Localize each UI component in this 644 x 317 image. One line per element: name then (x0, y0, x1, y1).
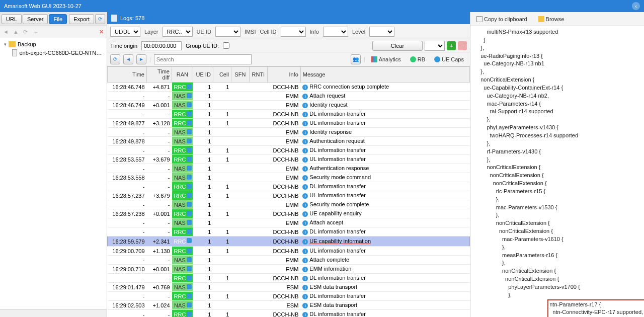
code-pre: multiNS-Pmax-r13 supported } }, ue-Radio… (474, 29, 580, 298)
log-row[interactable]: 16:29:01.479+0.769NAS1ESMiESM data trans… (108, 283, 470, 292)
analytics-button[interactable]: Analytics (368, 55, 404, 63)
direction-icon (187, 238, 192, 243)
file-tab[interactable]: File (49, 14, 67, 24)
info-icon: i (302, 130, 308, 135)
direction-icon (187, 138, 192, 143)
nav-prev-icon[interactable]: ◄ (123, 54, 133, 64)
group-ueid-label: Group UE ID: (186, 43, 219, 49)
log-row[interactable]: --NAS1EMMiIdentity response (108, 128, 470, 137)
log-row[interactable]: --RRC11DCCH-NBiDL information transfer (108, 292, 470, 301)
log-row[interactable]: 16:28:46.748+4.871RRC11DCCH-NBiRRC conne… (108, 83, 470, 92)
info-icon: i (302, 139, 308, 144)
ueid-label: UE ID (197, 29, 211, 35)
uldl-select[interactable]: UL/DL (110, 27, 140, 37)
col-header[interactable]: RAN (172, 67, 193, 83)
col-header[interactable]: UE ID (193, 67, 213, 83)
log-row[interactable]: 16:28:46.749+0.001NAS1EMMiIdentity reque… (108, 101, 470, 110)
cellid-select[interactable] (281, 27, 306, 37)
log-row[interactable]: 16:28:49.878-NAS1EMMiAuthentication requ… (108, 137, 470, 146)
direction-icon (187, 257, 192, 262)
export-button[interactable]: Export (69, 14, 94, 24)
col-header[interactable]: RNTI (249, 67, 267, 83)
direction-icon (187, 184, 192, 189)
app-title: Amarisoft Web GUI 2023-10-27 (4, 3, 82, 9)
log-row[interactable]: --RRC11DCCH-NBiDL information transfer (108, 146, 470, 155)
col-header[interactable]: Time (108, 67, 147, 83)
direction-icon (187, 129, 192, 134)
tree-folder[interactable]: ▾ Backup (2, 40, 105, 48)
level-select[interactable] (369, 27, 394, 37)
log-row[interactable]: --NAS1EMMiAttach request (108, 92, 470, 101)
nav-refresh-icon[interactable]: ⟳ (110, 54, 120, 64)
log-grid[interactable]: TimeTime diffRANUE IDCellSFNRNTIInfoMess… (107, 66, 470, 317)
log-row[interactable]: --NAS1EMMiAttach accept (108, 218, 470, 227)
info-icon: i (302, 276, 308, 281)
add-icon[interactable]: + (447, 41, 456, 50)
log-row[interactable]: --NAS1EMMiSecurity mode complete (108, 200, 470, 209)
browse-button[interactable]: Browse (535, 15, 568, 23)
server-tab[interactable]: Server (23, 14, 48, 24)
people-icon[interactable]: 👥 (351, 54, 361, 64)
rb-button[interactable]: RB (407, 55, 428, 63)
direction-icon (187, 111, 192, 116)
ueid-select[interactable] (215, 27, 240, 37)
log-row[interactable]: 16:28:53.558-NAS1EMMiSecurity mode comma… (108, 173, 470, 182)
nav-next-icon[interactable]: ► (136, 54, 146, 64)
direction-icon (187, 93, 192, 98)
reload-icon[interactable]: ⟳ (23, 29, 30, 36)
tree-file[interactable]: enb-export-CC660D-GEO-NTN-2.log.zip (2, 48, 105, 57)
col-header[interactable]: Time diff (147, 67, 172, 83)
col-header[interactable]: SFN (231, 67, 249, 83)
log-row[interactable]: 16:28:53.557+3.679RRC11DCCH-NBiUL inform… (108, 155, 470, 164)
direction-icon (187, 211, 192, 216)
info-icon: i (302, 229, 308, 235)
origin-bar: Time origin Group UE ID: Clear + − (107, 39, 470, 52)
log-row[interactable]: --RRC11DCCH-NBiDL information transfer (108, 182, 470, 191)
info-select[interactable] (323, 27, 348, 37)
log-row[interactable]: 16:29:00.709+1.130RRC11DCCH-NBiUL inform… (108, 247, 470, 256)
layer-select[interactable]: RRC... (163, 27, 193, 37)
log-row[interactable]: --NAS1EMMiAttach complete (108, 256, 470, 265)
log-row[interactable]: --RRC11DCCH-NBiDL information transfer (108, 227, 470, 236)
info-icon: i (302, 202, 308, 208)
group-ueid-checkbox[interactable] (223, 42, 229, 49)
up-icon[interactable]: ▲ (13, 29, 20, 36)
logs-icon (111, 15, 117, 22)
time-origin-input[interactable] (141, 41, 182, 50)
log-row[interactable]: --NAS1EMMiAuthentication response (108, 164, 470, 173)
col-header[interactable]: Info (267, 67, 300, 83)
back-icon[interactable]: ◄ (3, 29, 10, 36)
add-icon[interactable]: ＋ (33, 29, 40, 36)
time-origin-label: Time origin (110, 43, 137, 49)
file-tree: ▾ Backup enb-export-CC660D-GEO-NTN-2.log… (0, 38, 107, 309)
refresh-icon[interactable]: ⟳ (95, 14, 105, 24)
clear-button[interactable]: Clear (372, 41, 423, 51)
log-row[interactable]: 16:28:49.877+3.128RRC11DCCH-NBiUL inform… (108, 119, 470, 128)
uecaps-button[interactable]: UE Caps (431, 55, 467, 63)
logs-title: Logs: 578 (120, 15, 144, 21)
log-row[interactable]: 16:29:00.710+0.001NAS1EMMiEMM informatio… (108, 265, 470, 274)
search-input[interactable] (154, 54, 252, 64)
code-view[interactable]: multiNS-Pmax-r13 supported } }, ue-Radio… (470, 26, 644, 317)
direction-icon (187, 193, 192, 198)
log-row[interactable]: 16:28:57.237+3.679RRC11DCCH-NBiUL inform… (108, 191, 470, 200)
h-scrollbar[interactable] (0, 309, 107, 317)
clear-mode-select[interactable] (425, 41, 445, 51)
col-header[interactable]: Cell (213, 67, 231, 83)
col-header[interactable]: Message (300, 67, 469, 83)
remove-icon[interactable]: − (458, 41, 467, 50)
log-row[interactable]: --RRC11DCCH-NBiDL information transfer (108, 110, 470, 119)
copy-button[interactable]: Copy to clipboard (473, 15, 530, 23)
code-highlight: ntn-Parameters-r17 { ntn-Connectivity-EP… (547, 299, 644, 317)
direction-icon (187, 311, 192, 316)
direction-icon (187, 175, 192, 180)
close-icon[interactable]: ✕ (99, 29, 104, 35)
log-row[interactable]: 16:29:02.503+1.024NAS1ESMiESM data trans… (108, 301, 470, 310)
url-tab[interactable]: URL (2, 14, 22, 24)
chart-icon (371, 56, 377, 62)
log-row[interactable]: 16:28:57.238+0.001RRC11DCCH-NBiUE capabi… (108, 209, 470, 218)
log-row[interactable]: --RRC11DCCH-NBiDL information transfer (108, 310, 470, 318)
collapse-icon[interactable]: ‹ (632, 2, 640, 10)
log-row[interactable]: --RRC11DCCH-NBiDL information transfer (108, 274, 470, 283)
log-row[interactable]: 16:28:59.579+2.341RRC11DCCH-NBiUE capabi… (108, 236, 470, 247)
